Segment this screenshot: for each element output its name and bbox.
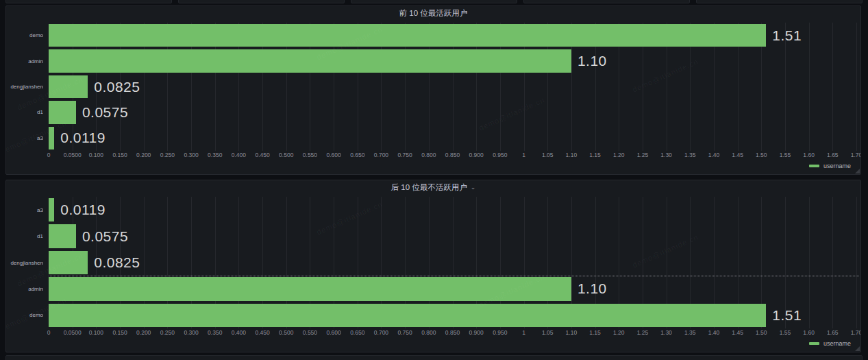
x-axis-tick-label: 0.500 [279,329,293,336]
bar-row: dengjianshen0.0825 [6,74,860,99]
x-axis-tick-label: 0.900 [469,152,484,158]
cutoff-panel-stub [178,0,345,3]
panel-header: 前 10 位最活跃用户 [6,6,860,21]
x-axis-tick-label: 0.0500 [64,329,82,336]
x-axis-tick-label: 1.55 [780,152,791,158]
bar[interactable] [49,24,766,47]
x-axis-tick-label: 1 [522,152,525,158]
panel-title[interactable]: 后 10 位最不活跃用户 [391,182,467,193]
bar[interactable] [49,277,571,300]
x-axis-tick-label: 1.60 [803,152,815,158]
chevron-down-icon[interactable]: ⌄ [471,184,476,191]
bottom-cutoff-panel [5,355,863,360]
bar[interactable] [49,304,766,327]
category-label: dengjianshen [6,250,49,276]
bar[interactable] [49,251,88,274]
x-axis-tick-label: 0.250 [160,329,175,336]
bar-row: dengjianshen0.0825 [6,250,860,276]
x-axis-tick-label: 1.20 [613,329,625,336]
x-axis-tick-label: 0.0500 [64,152,82,158]
category-label: admin [6,276,49,302]
bar-value-label: 0.0575 [82,228,128,245]
x-axis-tick-label: 0.700 [374,152,388,158]
x-axis-tick-label: 0.350 [208,329,222,336]
x-axis-tick-label: 0.300 [184,329,198,336]
x-axis-tick-label: 1.30 [660,329,672,336]
category-label: demo [6,23,49,48]
bar-track: 0.0825 [49,250,856,276]
bar[interactable] [49,75,88,98]
legend-item-username[interactable]: username [6,337,860,352]
legend-swatch-icon [809,165,819,167]
legend-item-username[interactable]: username [6,160,860,174]
bar-row: admin1.10 [6,48,860,73]
x-axis-tick-label: 0.400 [232,152,246,158]
x-axis-tick-label: 1.55 [780,329,791,336]
bar-track: 0.0119 [49,125,856,151]
panel-title[interactable]: 前 10 位最活跃用户 [399,8,468,19]
category-label: a3 [6,125,49,151]
bar-track: 1.51 [49,23,856,48]
x-axis-tick-label: 1.20 [613,152,625,158]
bar[interactable] [49,101,76,123]
x-axis-tick-label: 1.15 [589,329,601,336]
x-axis-tick-label: 1.70 [851,329,861,336]
panel-resize-handle[interactable] [855,346,860,351]
bar[interactable] [49,127,54,149]
bar-value-label: 0.0119 [60,130,106,146]
x-axis-tick-label: 1.45 [732,329,743,336]
bar-value-label: 0.0575 [82,104,128,121]
bar-value-label: 1.10 [578,280,607,297]
bar[interactable] [49,198,54,221]
x-axis-tick-label: 1.50 [756,152,767,158]
x-axis-tick-label: 0.950 [493,329,507,336]
panel-top10-active-users: 前 10 位最活跃用户 demo1.51admin1.10dengjianshe… [5,5,861,175]
bar-row: a30.0119 [6,125,860,151]
x-axis-tick-label: 0.100 [89,152,103,158]
panel-header: 后 10 位最不活跃用户 ⌄ [6,180,860,195]
cutoff-panel-stub [523,0,690,3]
x-axis-tick-label: 0.800 [421,329,436,336]
x-axis-tick-label: 0 [47,329,51,336]
bar-track: 0.0119 [49,197,856,223]
bar-value-label: 0.0119 [60,202,106,218]
legend-swatch-icon [809,342,819,345]
panel-resize-handle[interactable] [855,169,860,173]
bar-track: 1.51 [49,302,856,328]
x-axis-tick-label: 0.550 [303,152,317,158]
x-axis-tick-label: 0.650 [350,152,364,158]
x-axis-tick-label: 0.350 [208,152,222,158]
x-axis-tick-label: 0.100 [89,329,103,336]
bar-row: a30.0119 [6,197,860,223]
x-axis-tick-label: 1.15 [589,152,601,158]
x-axis-tick-label: 0.850 [445,152,460,158]
x-axis-tick-label: 1.25 [637,152,649,158]
x-axis-tick-label: 1.45 [732,152,743,158]
bar-chart: demo1.51admin1.10dengjianshen0.0825d10.0… [6,23,860,151]
x-axis-tick-label: 1.35 [684,152,696,158]
bar-track: 1.10 [49,276,856,302]
x-axis-tick-label: 1.30 [660,152,672,158]
bar-track: 0.0825 [49,74,856,99]
bar[interactable] [49,224,76,248]
bar-value-label: 1.51 [772,307,802,324]
x-axis-tick-label: 0.850 [445,329,460,336]
category-label: dengjianshen [6,74,49,99]
legend-label: username [823,340,851,347]
category-label: demo [6,302,49,328]
threshold-line [49,276,859,276]
panel-bottom10-inactive-users: 后 10 位最不活跃用户 ⌄ a30.0119d10.0575dengjians… [5,180,861,352]
x-axis-tick-label: 0 [47,152,51,158]
x-axis-tick-label: 1.70 [851,152,861,158]
x-axis-tick-label: 1.35 [684,329,696,336]
x-axis-tick-label: 0.750 [398,329,412,336]
category-label: a3 [6,197,49,223]
cutoff-panel-stub [5,0,172,3]
x-axis-tick-label: 0.600 [326,152,340,158]
bar-track: 0.0575 [49,99,856,125]
x-axis-tick-label: 1.50 [756,329,767,336]
category-label: d1 [6,223,49,249]
bar-value-label: 1.51 [772,27,802,44]
bar[interactable] [49,49,571,72]
x-axis-tick-label: 0.600 [326,329,340,336]
